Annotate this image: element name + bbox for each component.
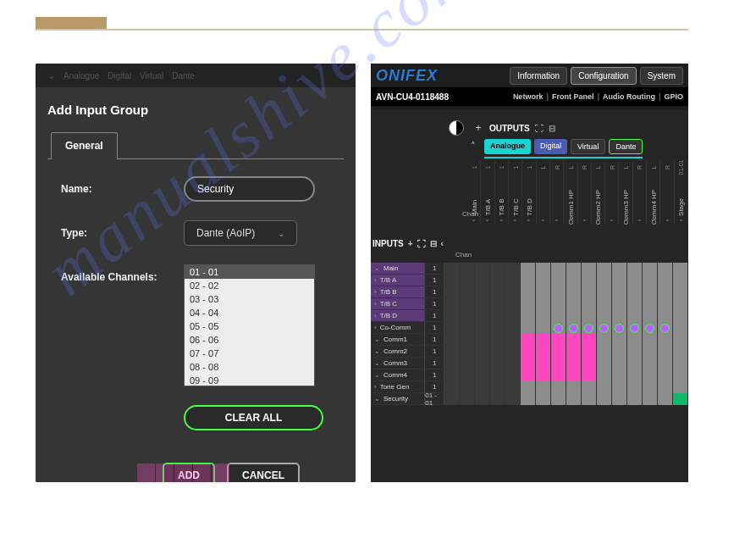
routing-cell[interactable] <box>475 381 490 393</box>
routing-cell[interactable] <box>475 322 490 334</box>
routing-cell[interactable] <box>444 310 460 322</box>
routing-cell[interactable] <box>475 286 490 298</box>
plus-icon[interactable]: + <box>408 239 413 248</box>
routing-cell[interactable] <box>643 310 658 322</box>
routing-cell[interactable] <box>490 310 505 322</box>
routing-cell[interactable] <box>444 263 460 275</box>
routing-cell[interactable] <box>460 346 475 358</box>
row-header[interactable]: ⌄Comm1 <box>371 334 425 345</box>
routing-cell[interactable] <box>627 369 643 381</box>
routing-cell[interactable] <box>566 286 582 298</box>
routing-cell[interactable] <box>582 322 597 334</box>
available-channels-list[interactable]: 01 - 0102 - 0203 - 0304 - 0405 - 0506 - … <box>184 264 315 386</box>
routing-cell[interactable] <box>582 310 597 322</box>
routing-cell[interactable] <box>444 286 460 298</box>
contrast-icon[interactable] <box>449 120 464 136</box>
routing-cell[interactable] <box>582 393 597 405</box>
tab-general[interactable]: General <box>51 132 118 159</box>
routing-cell[interactable] <box>551 393 566 405</box>
routing-cell[interactable] <box>490 263 505 275</box>
routing-cell[interactable] <box>658 286 673 298</box>
routing-cell[interactable] <box>490 334 505 346</box>
plus-icon[interactable]: + <box>472 122 484 134</box>
routing-cell[interactable] <box>582 346 597 358</box>
routing-cell[interactable] <box>551 358 566 369</box>
channel-option[interactable]: 04 - 04 <box>185 306 314 319</box>
routing-cell[interactable] <box>536 393 551 405</box>
routing-cell[interactable] <box>521 286 536 298</box>
routing-cell[interactable] <box>460 298 475 310</box>
routing-cell[interactable] <box>475 334 490 346</box>
routing-cell[interactable] <box>582 358 597 369</box>
routing-cell[interactable] <box>460 334 475 346</box>
routing-cell[interactable] <box>627 358 643 369</box>
routing-cell[interactable] <box>627 322 643 334</box>
routing-cell[interactable] <box>460 393 475 405</box>
out-tab-virtual[interactable]: Virtual <box>571 139 605 154</box>
routing-cell[interactable] <box>643 346 658 358</box>
channel-option[interactable]: 08 - 08 <box>185 360 314 374</box>
routing-cell[interactable] <box>521 393 536 405</box>
routing-cell[interactable] <box>505 322 521 334</box>
routing-cell[interactable] <box>643 298 658 310</box>
routing-cell[interactable] <box>673 298 688 310</box>
chevron-left-icon[interactable]: ‹ <box>441 239 444 248</box>
routing-cell[interactable] <box>612 369 627 381</box>
routing-cell[interactable] <box>658 334 673 346</box>
routing-cell[interactable] <box>658 381 673 393</box>
routing-cell[interactable] <box>460 322 475 334</box>
routing-cell[interactable] <box>658 369 673 381</box>
routing-cell[interactable] <box>643 322 658 334</box>
subnav-front-panel[interactable]: Front Panel <box>552 92 594 101</box>
row-header[interactable]: ›Co-Comm <box>371 322 425 333</box>
routing-cell[interactable] <box>521 310 536 322</box>
routing-cell[interactable] <box>505 369 521 381</box>
routing-cell[interactable] <box>673 369 688 381</box>
routing-cell[interactable] <box>627 275 643 286</box>
routing-cell[interactable] <box>673 381 688 393</box>
routing-cell[interactable] <box>551 369 566 381</box>
expand-icon[interactable]: ⛶ <box>417 239 426 248</box>
routing-cell[interactable] <box>597 263 612 275</box>
routing-cell[interactable] <box>490 346 505 358</box>
nav-configuration[interactable]: Configuration <box>571 67 636 85</box>
routing-cell[interactable] <box>475 346 490 358</box>
row-header[interactable]: ⌄Comm3 <box>371 358 425 369</box>
routing-cell[interactable] <box>627 393 643 405</box>
column-header[interactable]: R⌄ <box>550 161 564 225</box>
routing-cell[interactable] <box>536 369 551 381</box>
routing-cell[interactable] <box>673 393 688 405</box>
column-header[interactable]: L⌄ <box>537 161 550 225</box>
expand-icon[interactable]: ⛶ <box>535 124 544 133</box>
routing-cell[interactable] <box>536 346 551 358</box>
routing-cell[interactable] <box>673 358 688 369</box>
routing-cell[interactable] <box>627 298 643 310</box>
routing-cell[interactable] <box>643 334 658 346</box>
column-header[interactable]: LComm1 HP⌄ <box>564 161 577 225</box>
routing-cell[interactable] <box>490 298 505 310</box>
routing-cell[interactable] <box>566 358 582 369</box>
column-header[interactable]: 01-01Stage⌄ <box>675 161 688 225</box>
collapse-icon[interactable]: ⊟ <box>549 124 555 133</box>
routing-cell[interactable] <box>673 322 688 334</box>
row-header[interactable]: ›T/B D <box>371 310 425 321</box>
column-header[interactable]: LComm4 HP⌄ <box>647 161 660 225</box>
column-header[interactable]: R⌄ <box>605 161 619 225</box>
routing-cell[interactable] <box>582 286 597 298</box>
routing-cell[interactable] <box>536 275 551 286</box>
routing-cell[interactable] <box>475 310 490 322</box>
routing-cell[interactable] <box>460 286 475 298</box>
routing-cell[interactable] <box>490 381 505 393</box>
routing-cell[interactable] <box>505 263 521 275</box>
collapse-icon[interactable]: ⊟ <box>430 239 437 248</box>
routing-cell[interactable] <box>521 358 536 369</box>
routing-cell[interactable] <box>612 393 627 405</box>
routing-cell[interactable] <box>597 358 612 369</box>
routing-cell[interactable] <box>658 275 673 286</box>
routing-cell[interactable] <box>444 369 460 381</box>
routing-cell[interactable] <box>551 381 566 393</box>
row-header[interactable]: ›T/B B <box>371 286 425 297</box>
routing-cell[interactable] <box>597 334 612 346</box>
routing-cell[interactable] <box>582 275 597 286</box>
channel-option[interactable]: 02 - 02 <box>185 279 314 292</box>
